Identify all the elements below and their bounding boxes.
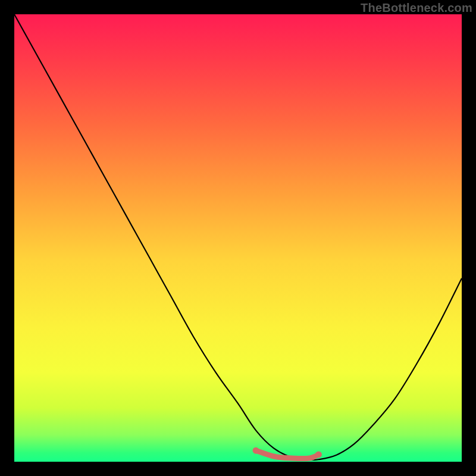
bottleneck-curve: [14, 14, 462, 460]
curve-svg: [14, 14, 462, 462]
optimal-range-marker: [256, 450, 318, 458]
optimal-range-end-dot: [315, 451, 322, 458]
optimal-range-start-dot: [253, 447, 259, 454]
plot-area: [14, 14, 462, 462]
watermark-text: TheBottleneck.com: [361, 1, 472, 15]
chart-canvas: TheBottleneck.com: [0, 0, 476, 476]
